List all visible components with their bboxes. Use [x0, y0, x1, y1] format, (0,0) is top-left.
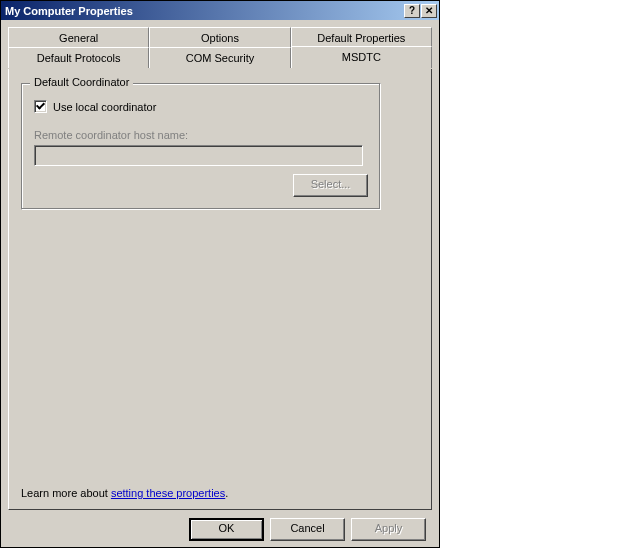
learn-prefix: Learn more about [21, 487, 111, 499]
select-button: Select... [293, 174, 368, 197]
tab-page-msdtc: Default Coordinator Use local coordinato… [8, 69, 432, 510]
apply-button: Apply [351, 518, 426, 541]
tab-strip: General Options Default Properties Defau… [8, 27, 432, 69]
dialog-buttons: OK Cancel Apply [8, 510, 432, 541]
tab-row-front: Default Protocols COM Security MSDTC [8, 47, 432, 68]
group-legend: Default Coordinator [30, 76, 133, 88]
cancel-label: Cancel [290, 522, 324, 534]
use-local-coordinator-row: Use local coordinator [34, 100, 368, 113]
remote-host-input [34, 145, 363, 166]
use-local-coordinator-checkbox[interactable] [34, 100, 47, 113]
tab-label: Default Properties [317, 32, 405, 44]
tab-label: COM Security [186, 52, 254, 64]
default-coordinator-group: Default Coordinator Use local coordinato… [21, 83, 381, 210]
tab-com-security[interactable]: COM Security [149, 47, 290, 68]
select-button-label: Select... [311, 178, 351, 190]
remote-host-label: Remote coordinator host name: [34, 129, 368, 141]
cancel-button[interactable]: Cancel [270, 518, 345, 541]
tab-label: Options [201, 32, 239, 44]
properties-dialog: My Computer Properties ? ✕ General Optio… [0, 0, 440, 548]
apply-label: Apply [375, 522, 403, 534]
help-button[interactable]: ? [404, 4, 420, 18]
window-title: My Computer Properties [5, 5, 403, 17]
titlebar-buttons: ? ✕ [403, 4, 437, 18]
select-row: Select... [34, 174, 368, 197]
close-icon: ✕ [425, 5, 433, 16]
tab-label: General [59, 32, 98, 44]
use-local-coordinator-label: Use local coordinator [53, 101, 156, 113]
tab-options[interactable]: Options [149, 27, 290, 48]
tab-msdtc[interactable]: MSDTC [291, 46, 432, 68]
ok-label: OK [219, 522, 235, 534]
client-area: General Options Default Properties Defau… [1, 20, 439, 547]
learn-more-row: Learn more about setting these propertie… [21, 457, 419, 499]
tab-default-protocols[interactable]: Default Protocols [8, 47, 149, 68]
tab-label: MSDTC [342, 51, 381, 63]
tab-general[interactable]: General [8, 27, 149, 48]
tab-row-back: General Options Default Properties [8, 27, 432, 48]
tab-label: Default Protocols [37, 52, 121, 64]
close-button[interactable]: ✕ [421, 4, 437, 18]
titlebar[interactable]: My Computer Properties ? ✕ [1, 1, 439, 20]
learn-link[interactable]: setting these properties [111, 487, 225, 499]
ok-button[interactable]: OK [189, 518, 264, 541]
learn-suffix: . [225, 487, 228, 499]
help-icon: ? [409, 5, 415, 16]
tab-default-properties[interactable]: Default Properties [291, 27, 432, 48]
